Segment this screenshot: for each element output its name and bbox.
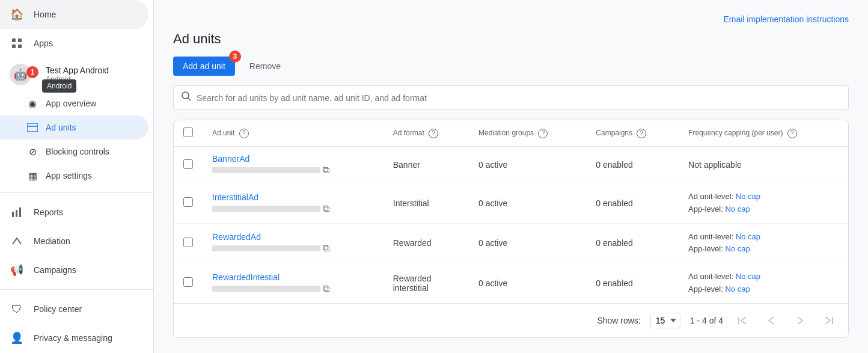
sidebar-label-blocking-controls: Blocking controls (46, 147, 109, 156)
freq-cap-info-icon[interactable]: ? (787, 129, 797, 138)
sidebar-item-policy-center[interactable]: 🛡 Policy center (0, 295, 148, 324)
ad-unit-id-rewarded: ⧉ (212, 243, 374, 254)
home-icon: 🏠 (10, 7, 24, 22)
policy-icon: 🛡 (10, 302, 24, 316)
sidebar-label-campaigns: Campaigns (34, 265, 76, 275)
copy-icon-rewarded[interactable]: ⧉ (323, 243, 329, 254)
cell-format-interstitial: Interstitial (384, 183, 469, 224)
freq-cap-ad-unit-link-ri[interactable]: No cap (736, 272, 760, 281)
mediation-groups-info-icon[interactable]: ? (538, 129, 548, 138)
cell-ad-unit-interstitial: InterstitialAd ⧉ (203, 183, 384, 224)
svg-line-10 (188, 98, 191, 101)
id-blurred-interstitial (212, 206, 320, 212)
svg-rect-2 (12, 45, 16, 48)
cell-freq-cap-banner: Not applicable (679, 147, 848, 183)
first-page-button[interactable] (733, 311, 752, 330)
cell-mediation-interstitial: 0 active (469, 183, 586, 224)
copy-icon-banner[interactable]: ⧉ (323, 165, 329, 176)
sidebar-label-ad-units: Ad units (46, 123, 76, 132)
table-row: RewardedAd ⧉ Rewarded 0 active 0 enabled… (174, 223, 848, 263)
freq-cap-app-link-rewarded[interactable]: No cap (725, 244, 750, 253)
ad-unit-id-rewarded-interstitial: ⧉ (212, 283, 374, 294)
svg-rect-7 (16, 210, 17, 217)
prev-page-button[interactable] (762, 311, 781, 330)
cell-freq-cap-ri: Ad unit-level: No cap App-level: No cap (679, 263, 848, 303)
ad-format-info-icon[interactable]: ? (429, 129, 438, 138)
cell-mediation-rewarded: 0 active (469, 223, 586, 263)
table-row: BannerAd ⧉ Banner 0 active 0 enabled Not… (174, 147, 848, 183)
cell-ad-unit-rewarded: RewardedAd ⧉ (203, 223, 384, 263)
sidebar-item-app-overview[interactable]: ◉ App overview (0, 91, 148, 115)
app-overview-icon: ◉ (26, 97, 38, 109)
row-checkbox-rewarded-interstitial[interactable] (183, 277, 193, 287)
svg-rect-4 (27, 123, 38, 132)
cell-campaigns-banner: 0 enabled (586, 147, 679, 183)
add-ad-unit-button[interactable]: Add ad unit 3 (173, 57, 235, 76)
svg-rect-1 (18, 38, 22, 42)
freq-cap-label-app-rewarded: App-level: (688, 244, 725, 253)
copy-icon-ri[interactable]: ⧉ (323, 283, 329, 294)
freq-cap-label-ad-unit-rewarded: Ad unit-level: (688, 232, 736, 241)
cell-mediation-ri: 0 active (469, 263, 586, 303)
freq-cap-detail-rewarded: Ad unit-level: No cap App-level: No cap (688, 231, 839, 256)
freq-cap-label-app-ri: App-level: (688, 284, 725, 293)
table-row: InterstitialAd ⧉ Interstitial 0 active 0… (174, 183, 848, 224)
row-checkbox-cell-rewarded (174, 223, 203, 263)
row-checkbox-banner[interactable] (183, 159, 193, 169)
page-info: 1 - 4 of 4 (690, 316, 723, 325)
freq-cap-app-link-interstitial[interactable]: No cap (725, 204, 750, 213)
row-checkbox-interstitial[interactable] (183, 197, 193, 207)
freq-cap-app-link-ri[interactable]: No cap (725, 284, 750, 293)
rows-per-page-select[interactable]: 10 15 25 50 (650, 313, 680, 328)
row-checkbox-cell-banner (174, 147, 203, 183)
sidebar-item-privacy-messaging[interactable]: 👤 Privacy & messaging (0, 324, 148, 352)
select-all-checkbox[interactable] (183, 127, 193, 137)
cell-ad-unit-rewarded-interstitial: RewardedIntestial ⧉ (203, 263, 384, 303)
ad-unit-info-icon[interactable]: ? (239, 129, 249, 138)
email-implementation-link[interactable]: Email implementation instructions (723, 14, 849, 24)
sidebar-item-ad-units[interactable]: Ad units (0, 115, 148, 140)
sidebar-item-mediation[interactable]: Mediation (0, 227, 148, 256)
last-page-button[interactable] (819, 311, 839, 330)
sidebar-item-apps[interactable]: Apps (0, 29, 148, 58)
sidebar-item-reports[interactable]: Reports (0, 198, 148, 227)
ad-unit-link-interstitial[interactable]: InterstitialAd (212, 192, 374, 202)
sidebar-item-home[interactable]: 🏠 Home (0, 0, 148, 29)
sidebar-item-app-settings[interactable]: ▦ App settings (0, 164, 148, 188)
freq-cap-label-ad-unit-interstitial: Ad unit-level: (688, 192, 736, 201)
cell-campaigns-rewarded: 0 enabled (586, 223, 679, 263)
remove-button[interactable]: Remove (240, 57, 290, 76)
svg-rect-0 (12, 38, 16, 42)
row-checkbox-cell-rewarded-interstitial (174, 263, 203, 303)
sidebar-item-blocking-controls[interactable]: ⊘ Blocking controls (0, 140, 148, 164)
svg-rect-3 (18, 45, 22, 48)
next-page-button[interactable] (790, 311, 810, 330)
cell-format-ri: Rewarded interstitial (384, 263, 469, 303)
sidebar-label-app-settings: App settings (46, 171, 92, 180)
col-header-campaigns: Campaigns ? (586, 120, 679, 147)
page-title: Ad units (173, 31, 849, 47)
cell-format-rewarded: Rewarded (384, 223, 469, 263)
id-blurred-banner (212, 167, 320, 173)
ad-unit-link-banner[interactable]: BannerAd (212, 154, 374, 164)
sidebar: 🏠 Home Apps 🤖 1 Test App Android Android… (0, 0, 154, 353)
ad-unit-link-rewarded[interactable]: RewardedAd (212, 232, 374, 242)
sidebar-app-item[interactable]: 🤖 1 Test App Android Android Android (0, 58, 153, 91)
copy-icon-interstitial[interactable]: ⧉ (323, 203, 329, 214)
row-checkbox-rewarded[interactable] (183, 238, 193, 247)
id-blurred-ri (212, 286, 320, 292)
freq-cap-label-app-interstitial: App-level: (688, 204, 725, 213)
campaigns-info-icon[interactable]: ? (637, 129, 646, 138)
svg-rect-8 (19, 207, 21, 217)
search-input[interactable] (197, 93, 841, 103)
mediation-icon (10, 234, 24, 248)
cell-campaigns-ri: 0 enabled (586, 263, 679, 303)
badge-one: 1 (26, 66, 38, 78)
app-name: Test App Android (46, 66, 144, 75)
freq-cap-ad-unit-link-interstitial[interactable]: No cap (736, 192, 760, 201)
ad-unit-link-rewarded-interstitial[interactable]: RewardedIntestial (212, 272, 374, 282)
cell-freq-cap-rewarded: Ad unit-level: No cap App-level: No cap (679, 223, 848, 263)
freq-cap-ad-unit-link-rewarded[interactable]: No cap (736, 232, 760, 241)
sidebar-item-campaigns[interactable]: 📢 Campaigns (0, 256, 148, 284)
sidebar-label-policy: Policy center (34, 304, 82, 314)
